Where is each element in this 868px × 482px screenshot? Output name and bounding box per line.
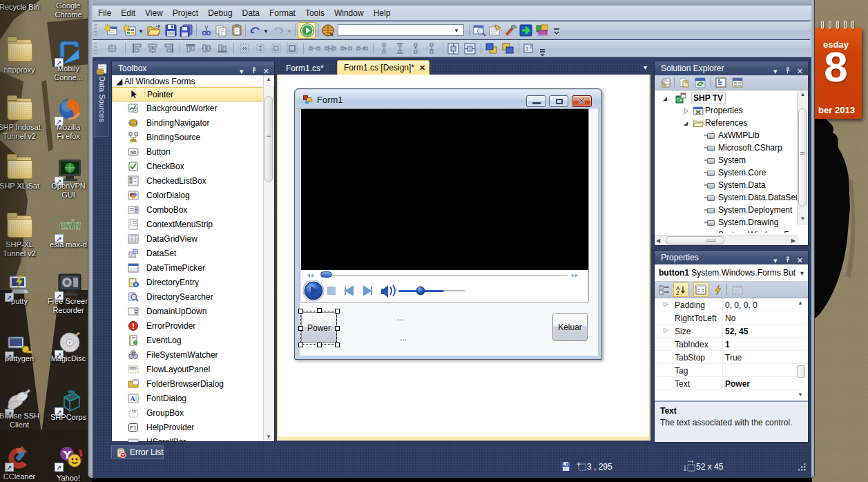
svg-text:xy: xy bbox=[131, 409, 137, 413]
svg-text:2: 2 bbox=[530, 44, 532, 49]
svg-text:1: 1 bbox=[525, 46, 529, 52]
svg-text:ab: ab bbox=[131, 149, 137, 155]
svg-text:A: A bbox=[130, 395, 135, 403]
svg-text:F1: F1 bbox=[130, 425, 137, 431]
svg-text:Z: Z bbox=[676, 290, 679, 296]
svg-text:!: ! bbox=[135, 340, 135, 345]
